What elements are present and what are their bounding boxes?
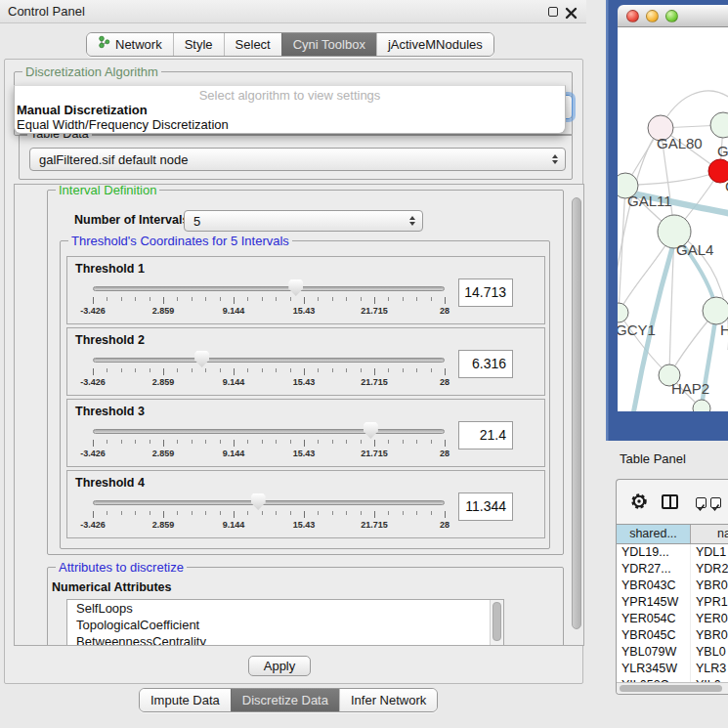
number-of-intervals-combobox[interactable]: 5 [184, 210, 423, 232]
slider-tick [163, 440, 164, 447]
slider-tick [304, 368, 305, 375]
application-window: Control Panel NetworkStyleSelectCyni Too… [0, 0, 728, 728]
tab-jactivemnodules[interactable]: jActiveMNodules [376, 33, 493, 56]
slider-tick [403, 440, 404, 444]
table-row[interactable]: YBL079WYBL0 [617, 644, 728, 661]
table-data-group: Table Data galFiltered.sif default node [19, 134, 573, 180]
numerical-attributes-list[interactable]: SelfLoopsTopologicalCoefficientBetweenne… [66, 599, 504, 646]
table-row[interactable]: YDR27...YDR2 [617, 561, 728, 578]
control-panel: Control Panel NetworkStyleSelectCyni Too… [0, 0, 586, 728]
slider-tick [247, 297, 248, 301]
scrollbar-thumb[interactable] [620, 685, 722, 692]
column-header-shared[interactable]: shared... [617, 525, 691, 543]
slider-tick [163, 511, 164, 518]
close-window-icon[interactable] [626, 10, 639, 22]
slider-tick [150, 511, 150, 515]
threshold-3-slider-thumb[interactable] [364, 422, 378, 440]
option-equal-width-frequency[interactable]: Equal Width/Frequency Discretization [17, 117, 229, 132]
table-cell: YBR045C [617, 627, 691, 644]
slider-tick [290, 511, 291, 515]
tab-infer-network[interactable]: Infer Network [339, 689, 437, 711]
table-row[interactable]: YER054CYER0 [617, 611, 728, 627]
threshold-3-slider-track[interactable] [93, 429, 445, 434]
threshold-2-slider-thumb[interactable] [194, 351, 209, 368]
threshold-2-value-field[interactable]: 6.316 [458, 350, 513, 378]
table-cell: YPR1 [691, 594, 728, 611]
slider-tick [332, 297, 333, 301]
slider-tick [135, 297, 136, 301]
close-icon[interactable] [565, 6, 578, 19]
slider-tick [374, 440, 375, 447]
slider-tick [192, 368, 193, 372]
checkbox-icon[interactable] [710, 497, 721, 508]
slider-tick [135, 368, 136, 372]
float-panel-icon[interactable] [548, 7, 558, 17]
slider-tick [361, 440, 362, 444]
tab-select[interactable]: Select [224, 33, 281, 56]
list-item-betweennesscentrality[interactable]: BetweennessCentrality [67, 633, 503, 646]
number-of-intervals-value: 5 [193, 214, 200, 229]
slider-tick-label: 2.859 [152, 449, 175, 458]
slider-tick [163, 368, 164, 375]
checkbox-icon[interactable] [696, 497, 707, 508]
slider-tick [150, 297, 150, 301]
table-cell: YBR0 [691, 578, 728, 594]
table-row[interactable]: YBR045CYBR0 [617, 627, 728, 644]
apply-button[interactable]: Apply [248, 656, 311, 676]
tab-impute-data[interactable]: Impute Data [140, 689, 231, 711]
slider-tick [234, 368, 235, 375]
threshold-1-slider-track[interactable] [93, 286, 445, 291]
list-item-selfloops[interactable]: SelfLoops [67, 600, 503, 617]
slider-tick [247, 368, 248, 372]
tab-style[interactable]: Style [173, 33, 224, 56]
slider-tick [205, 440, 206, 444]
column-header-na[interactable]: na [691, 525, 728, 543]
option-manual-discretization[interactable]: Manual Discretization [17, 103, 148, 117]
slider-tick [416, 297, 417, 301]
threshold-panel-4: Threshold 4-3.4262.8599.14415.4321.71528… [66, 470, 545, 538]
zoom-window-icon[interactable] [665, 10, 678, 22]
network-node-GCY1[interactable] [618, 303, 628, 322]
list-item-topologicalcoefficient[interactable]: TopologicalCoefficient [67, 617, 503, 633]
table-row[interactable]: YBR043CYBR0 [617, 578, 728, 594]
slider-tick-label: 28 [440, 306, 450, 316]
slider-tick [416, 440, 417, 444]
table-horizontal-scrollbar[interactable] [617, 682, 728, 694]
threshold-2-slider-track[interactable] [93, 358, 445, 363]
slider-tick-label: 2.859 [152, 520, 175, 530]
slider-tick [318, 368, 319, 372]
slider-tick [304, 297, 305, 304]
list-scrollbar[interactable] [490, 600, 503, 646]
tab-discretize-data[interactable]: Discretize Data [231, 689, 339, 711]
threshold-panel-1: Threshold 1-3.4262.8599.14415.4321.71528… [66, 256, 545, 324]
threshold-3-value-field[interactable]: 21.4 [458, 421, 513, 450]
panel-scrollbar-thumb[interactable] [572, 197, 581, 629]
tab-cyni-toolbox[interactable]: Cyni Toolbox [281, 33, 376, 56]
threshold-4-slider-track[interactable] [93, 500, 445, 505]
slider-tick [192, 511, 193, 515]
slider-tick [445, 297, 446, 304]
combobox-arrows-icon [409, 216, 415, 226]
table-row[interactable]: YPR145WYPR1 [617, 594, 728, 611]
network-window-titlebar[interactable] [618, 5, 728, 27]
threshold-1-slider-thumb[interactable] [288, 279, 303, 297]
network-node-top-right[interactable] [710, 112, 728, 138]
table-data-combobox[interactable]: galFiltered.sif default node [29, 148, 566, 171]
slider-tick [247, 440, 248, 444]
threshold-1-value-field[interactable]: 14.713 [458, 278, 513, 307]
network-canvas[interactable]: GAL80GACGAL11GAL4GCY1HHAP2 [618, 27, 728, 411]
threshold-4-value-field[interactable]: 11.344 [458, 492, 513, 521]
threshold-4-slider-thumb[interactable] [251, 493, 266, 511]
network-node-label: H [720, 321, 728, 338]
network-node-H[interactable] [703, 297, 728, 324]
table-row[interactable]: YDL19...YDL1 [617, 544, 728, 561]
minimize-window-icon[interactable] [646, 10, 659, 22]
scrollbar-thumb[interactable] [492, 602, 501, 641]
slider-tick-label: -3.426 [80, 306, 106, 316]
split-table-icon[interactable] [662, 494, 678, 509]
tab-network[interactable]: Network [87, 33, 173, 56]
slider-tick [93, 511, 94, 518]
table-row[interactable]: YLR345WYLR3 [617, 661, 728, 677]
settings-gear-icon[interactable] [630, 492, 648, 510]
network-node-bottom[interactable] [693, 400, 710, 411]
